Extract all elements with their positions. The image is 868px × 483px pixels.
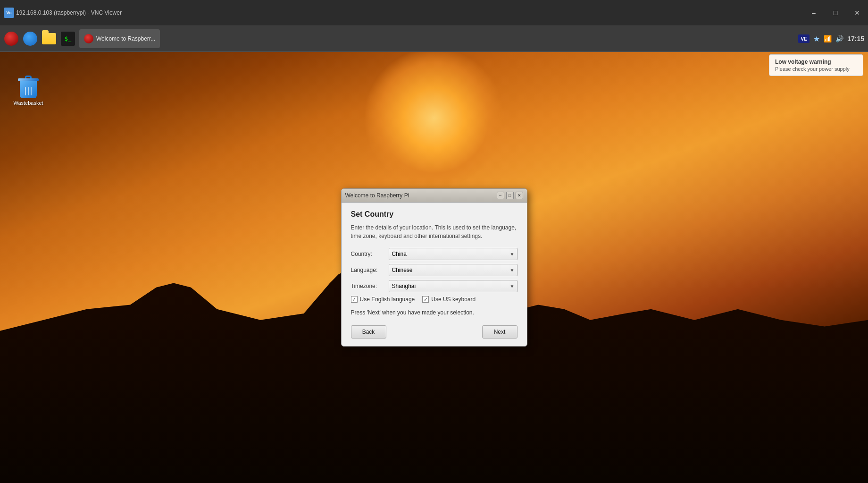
wifi-icon[interactable]: 📶 xyxy=(824,35,832,42)
use-us-keyboard-label: Use US keyboard xyxy=(431,296,476,303)
language-label: Language: xyxy=(351,267,389,273)
ve-tray-icon[interactable]: VE xyxy=(798,34,810,43)
browser-icon[interactable] xyxy=(23,31,38,46)
active-window-icon xyxy=(84,34,93,43)
raspberry-pi-icon[interactable] xyxy=(4,31,19,46)
volume-icon[interactable]: 🔊 xyxy=(835,35,843,42)
system-clock: 17:15 xyxy=(847,35,864,42)
press-next-text: Press 'Next' when you have made your sel… xyxy=(351,309,517,316)
use-english-checkbox-item[interactable]: Use English language xyxy=(351,296,415,303)
dialog-heading: Set Country xyxy=(351,210,517,219)
dialog-minimize-btn[interactable]: – xyxy=(497,192,504,199)
back-button[interactable]: Back xyxy=(351,325,386,339)
taskbar-window-title: 192.168.0.103 (raspberrypi) - VNC Viewer xyxy=(16,9,122,16)
maximize-button[interactable]: □ xyxy=(825,0,846,26)
language-row: Language: Chinese English German French … xyxy=(351,264,517,276)
vnc-logo: Vc xyxy=(4,8,14,18)
raspberry-pi-logo xyxy=(4,32,18,46)
timezone-select-wrapper: Shanghai Beijing UTC New York London ▼ xyxy=(389,280,517,292)
desktop: Vc 192.168.0.103 (raspberrypi) - VNC Vie… xyxy=(0,0,868,483)
terminal-icon[interactable]: $_ xyxy=(60,31,75,46)
use-us-keyboard-checkbox[interactable] xyxy=(422,296,429,303)
terminal-logo: $_ xyxy=(61,32,75,46)
globe-icon xyxy=(23,32,37,46)
country-select-wrapper: China United States United Kingdom Germa… xyxy=(389,248,517,260)
language-select-wrapper: Chinese English German French Japanese ▼ xyxy=(389,264,517,276)
use-us-keyboard-checkbox-item[interactable]: Use US keyboard xyxy=(422,296,476,303)
appbar: $_ Welcome to Raspberr... VE ★ 📶 🔊 17:15 xyxy=(0,26,868,52)
timezone-select[interactable]: Shanghai Beijing UTC New York London xyxy=(389,280,517,292)
dialog-description: Enter the details of your location. This… xyxy=(351,223,517,240)
folder-icon xyxy=(42,33,56,44)
checkbox-row: Use English language Use US keyboard xyxy=(351,296,517,303)
country-select[interactable]: China United States United Kingdom Germa… xyxy=(389,248,517,260)
dialog-title: Welcome to Raspberry Pi xyxy=(345,192,409,199)
dialog-titlebar-buttons: – □ ✕ xyxy=(497,192,523,199)
taskbar-title-section: Vc 192.168.0.103 (raspberrypi) - VNC Vie… xyxy=(0,8,803,18)
system-tray: VE ★ 📶 🔊 17:15 xyxy=(798,34,864,43)
vnc-taskbar: Vc 192.168.0.103 (raspberrypi) - VNC Vie… xyxy=(0,0,868,26)
next-button[interactable]: Next xyxy=(482,325,517,339)
timezone-label: Timezone: xyxy=(351,283,389,289)
country-row: Country: China United States United King… xyxy=(351,248,517,260)
dialog-close-btn[interactable]: ✕ xyxy=(516,192,523,199)
bluetooth-icon[interactable]: ★ xyxy=(813,34,820,43)
dialog-titlebar: Welcome to Raspberry Pi – □ ✕ xyxy=(342,189,527,203)
dialog-buttons: Back Next xyxy=(351,323,517,339)
taskbar-controls: – □ ✕ xyxy=(803,0,868,26)
dialog-maximize-btn[interactable]: □ xyxy=(506,192,514,199)
set-country-dialog: Welcome to Raspberry Pi – □ ✕ Set Countr… xyxy=(341,188,527,347)
dialog-body: Set Country Enter the details of your lo… xyxy=(342,203,527,346)
timezone-row: Timezone: Shanghai Beijing UTC New York … xyxy=(351,280,517,292)
minimize-button[interactable]: – xyxy=(803,0,825,26)
file-manager-icon[interactable] xyxy=(42,31,57,46)
active-window-label: Welcome to Raspberr... xyxy=(96,35,155,42)
country-label: Country: xyxy=(351,251,389,257)
language-select[interactable]: Chinese English German French Japanese xyxy=(389,264,517,276)
use-english-label: Use English language xyxy=(360,296,415,303)
use-english-checkbox[interactable] xyxy=(351,296,358,303)
dialog-overlay: Welcome to Raspberry Pi – □ ✕ Set Countr… xyxy=(0,52,868,483)
active-window-button[interactable]: Welcome to Raspberr... xyxy=(79,29,160,48)
close-button[interactable]: ✕ xyxy=(846,0,868,26)
